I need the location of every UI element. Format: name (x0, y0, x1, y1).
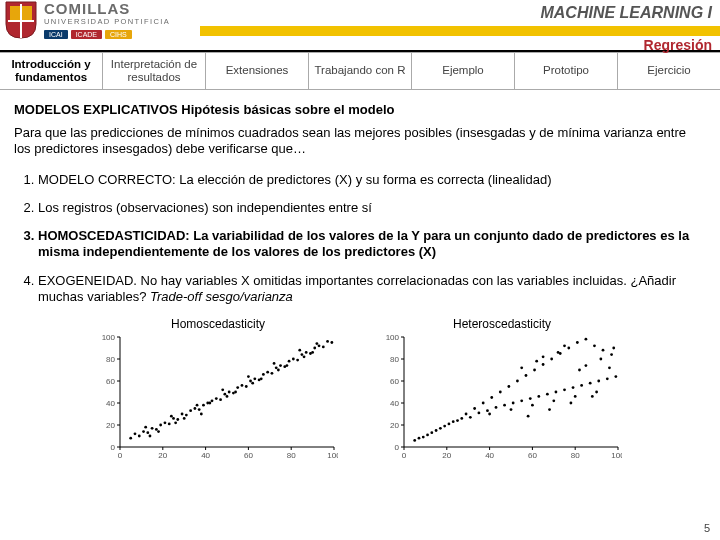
svg-point-138 (478, 412, 481, 415)
svg-point-170 (614, 375, 617, 378)
svg-point-140 (486, 409, 489, 412)
svg-text:80: 80 (571, 451, 580, 460)
svg-point-90 (174, 421, 177, 424)
svg-text:20: 20 (390, 421, 399, 430)
svg-point-184 (591, 395, 594, 398)
svg-point-153 (542, 363, 545, 366)
svg-point-91 (200, 413, 203, 416)
tab-2[interactable]: Extensiones (206, 53, 309, 89)
slide-body: MODELOS EXPLICATIVOS Hipótesis básicas s… (0, 90, 720, 463)
svg-text:60: 60 (244, 451, 253, 460)
svg-point-147 (516, 380, 519, 383)
svg-point-173 (531, 404, 534, 407)
svg-point-141 (490, 396, 493, 399)
svg-point-136 (469, 416, 472, 419)
svg-point-175 (574, 395, 577, 398)
svg-point-53 (241, 384, 244, 387)
tab-5[interactable]: Prototipo (515, 53, 618, 89)
brand-sub: UNIVERSIDAD PONTIFICIA (44, 18, 170, 26)
assumption-1: MODELO CORRECTO: La elección de predicto… (38, 172, 706, 188)
svg-point-177 (520, 366, 523, 369)
svg-text:80: 80 (390, 355, 399, 364)
svg-point-151 (533, 369, 536, 372)
svg-text:40: 40 (106, 399, 115, 408)
svg-point-180 (585, 364, 588, 367)
svg-text:100: 100 (386, 333, 400, 342)
svg-point-87 (298, 349, 301, 352)
slide-heading: MODELOS EXPLICATIVOS Hipótesis básicas s… (14, 102, 706, 117)
svg-point-88 (311, 351, 314, 354)
svg-point-188 (599, 358, 602, 361)
svg-point-92 (226, 395, 229, 398)
section-title: Regresión (644, 37, 712, 53)
svg-point-146 (512, 402, 515, 405)
svg-point-135 (465, 413, 468, 416)
svg-point-128 (435, 429, 438, 432)
svg-point-169 (610, 353, 613, 356)
svg-point-46 (211, 399, 214, 402)
svg-point-55 (249, 380, 252, 383)
svg-point-165 (593, 344, 596, 347)
slide-header: COMILLAS UNIVERSIDAD PONTIFICIA ICAI ICA… (0, 0, 720, 52)
svg-point-127 (430, 431, 433, 434)
svg-point-126 (426, 434, 429, 437)
svg-point-139 (482, 402, 485, 405)
svg-point-84 (260, 377, 263, 380)
tab-3[interactable]: Trabajando con R (309, 53, 412, 89)
svg-point-168 (606, 377, 609, 380)
svg-point-166 (597, 380, 600, 383)
svg-point-123 (413, 439, 416, 442)
brand-pills: ICAI ICADE CIHS (44, 30, 170, 39)
svg-point-50 (228, 391, 231, 394)
svg-point-52 (236, 386, 239, 389)
svg-point-133 (456, 419, 459, 422)
svg-text:60: 60 (390, 377, 399, 386)
svg-point-61 (275, 366, 278, 369)
svg-point-190 (612, 347, 615, 350)
tab-0[interactable]: Introducción y fundamentos (0, 53, 103, 89)
svg-point-56 (253, 377, 256, 380)
svg-point-47 (215, 397, 218, 400)
svg-point-172 (510, 408, 513, 411)
brand-main: COMILLAS (44, 1, 170, 16)
svg-point-65 (292, 358, 295, 361)
svg-point-79 (196, 404, 199, 407)
svg-point-49 (223, 393, 226, 396)
svg-point-89 (149, 435, 152, 438)
svg-point-183 (570, 402, 573, 405)
tab-4[interactable]: Ejemplo (412, 53, 515, 89)
tab-1[interactable]: Interpretación de resultados (103, 53, 206, 89)
svg-point-171 (488, 413, 491, 416)
svg-point-33 (155, 428, 158, 431)
svg-point-156 (555, 391, 558, 394)
chart-title: Homoscedasticity (88, 317, 348, 331)
svg-point-160 (572, 386, 575, 389)
tab-6[interactable]: Ejercicio (618, 53, 720, 89)
svg-point-137 (473, 407, 476, 410)
svg-text:100: 100 (327, 451, 338, 460)
svg-point-48 (219, 398, 222, 401)
svg-point-39 (181, 413, 184, 416)
svg-point-78 (183, 417, 186, 420)
svg-text:80: 80 (287, 451, 296, 460)
svg-text:40: 40 (201, 451, 210, 460)
svg-point-31 (146, 431, 149, 434)
assumption-3: HOMOSCEDASTICIDAD: La variabilidad de lo… (38, 228, 706, 261)
svg-text:100: 100 (102, 333, 116, 342)
svg-point-179 (563, 344, 566, 347)
svg-point-30 (142, 430, 145, 433)
svg-point-66 (296, 359, 299, 362)
svg-point-149 (525, 374, 528, 377)
svg-text:40: 40 (390, 399, 399, 408)
svg-point-44 (202, 404, 205, 407)
svg-point-34 (159, 424, 162, 427)
pill-icade: ICADE (71, 30, 102, 39)
crest-icon (4, 0, 38, 40)
svg-point-159 (567, 347, 570, 350)
svg-point-70 (313, 347, 316, 350)
svg-text:0: 0 (402, 451, 407, 460)
svg-point-35 (164, 421, 167, 424)
chart-heteroscedasticity: Heteroscedasticity0204060801000204060801… (372, 317, 632, 463)
svg-point-150 (529, 397, 532, 400)
svg-point-36 (168, 423, 171, 426)
